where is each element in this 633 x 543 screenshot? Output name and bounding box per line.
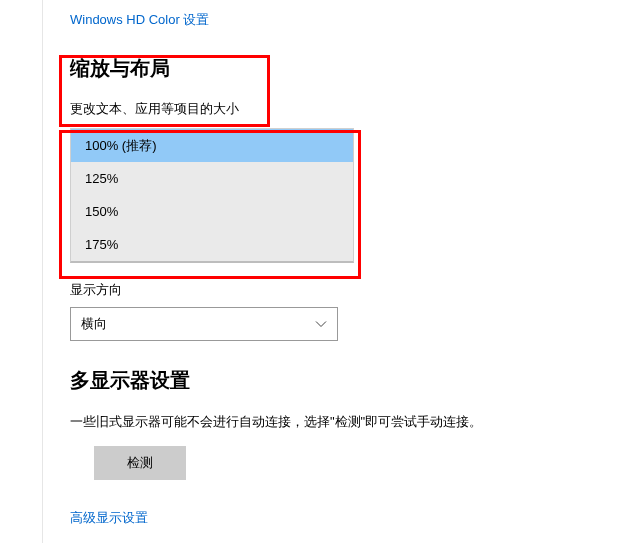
hd-color-settings-link[interactable]: Windows HD Color 设置 — [70, 11, 209, 29]
display-settings-panel: Windows HD Color 设置 缩放与布局 更改文本、应用等项目的大小 … — [0, 0, 633, 527]
scale-option[interactable]: 150% — [71, 195, 353, 228]
scale-option[interactable]: 175% — [71, 228, 353, 261]
scale-label: 更改文本、应用等项目的大小 — [70, 100, 603, 118]
scale-dropdown-list[interactable]: 100% (推荐)125%150%175% — [70, 128, 354, 263]
multi-monitor-heading: 多显示器设置 — [70, 367, 603, 394]
scale-layout-heading: 缩放与布局 — [70, 55, 603, 82]
detect-button[interactable]: 检测 — [94, 446, 186, 480]
orientation-value: 横向 — [81, 315, 107, 333]
orientation-select[interactable]: 横向 — [70, 307, 338, 341]
scale-option[interactable]: 125% — [71, 162, 353, 195]
scale-option[interactable]: 100% (推荐) — [71, 129, 353, 162]
chevron-down-icon — [315, 318, 327, 330]
orientation-label: 显示方向 — [70, 281, 603, 299]
advanced-display-settings-link[interactable]: 高级显示设置 — [70, 509, 148, 527]
multi-monitor-description: 一些旧式显示器可能不会进行自动连接，选择"检测"即可尝试手动连接。 — [70, 412, 603, 432]
